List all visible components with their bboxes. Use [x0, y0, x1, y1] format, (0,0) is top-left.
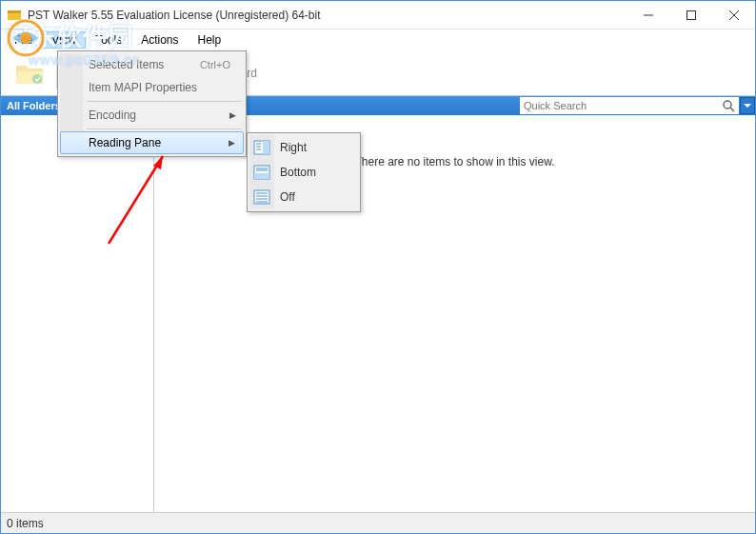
reading-pane-submenu: Right Bottom Off [247, 132, 361, 212]
svg-rect-14 [263, 141, 269, 154]
minimize-button[interactable] [627, 1, 669, 30]
empty-message: There are no items to show in this view. [354, 155, 554, 168]
submenu-item-right[interactable]: Right [249, 135, 358, 160]
submenu-arrow-icon: ▶ [229, 110, 236, 120]
content-area: All Folders There are no items to show i… [1, 96, 755, 512]
menu-help[interactable]: Help [189, 31, 231, 49]
chevron-down-icon [744, 104, 751, 109]
close-button[interactable] [712, 1, 755, 30]
svg-rect-5 [686, 11, 695, 20]
search-dropdown-button[interactable] [740, 97, 755, 114]
main-body: There are no items to show in this view. [154, 115, 755, 512]
menu-item-encoding[interactable]: Encoding ▶ [60, 104, 244, 127]
menu-separator [87, 101, 242, 102]
menu-tools[interactable]: Tools [86, 31, 131, 49]
svg-point-11 [724, 101, 731, 109]
statusbar: 0 items [1, 512, 755, 533]
tool-open[interactable] [7, 56, 52, 90]
svg-point-8 [32, 74, 42, 84]
submenu-item-bottom[interactable]: Bottom [249, 160, 358, 185]
submenu-item-off[interactable]: Off [249, 185, 358, 209]
window-controls [627, 1, 755, 29]
menu-file[interactable]: File [5, 31, 42, 49]
menu-item-reading-pane[interactable]: Reading Pane ▶ [60, 131, 244, 154]
submenu-arrow-icon: ▶ [229, 138, 235, 148]
status-text: 0 items [7, 517, 44, 530]
menubar: File View Tools Actions Help [1, 30, 755, 50]
svg-line-12 [730, 108, 734, 111]
svg-rect-19 [254, 173, 269, 179]
window-title: PST Walker 5.55 Evaluation License (Unre… [28, 9, 627, 22]
pane-off-icon [253, 188, 270, 206]
app-icon [7, 8, 22, 23]
view-dropdown-menu: Selected Items Ctrl+O Item MAPI Properti… [57, 50, 247, 157]
main-panel: There are no items to show in this view. [154, 96, 755, 512]
pane-bottom-icon [253, 164, 270, 181]
search-icon [722, 99, 735, 112]
search-input[interactable] [524, 100, 722, 111]
menu-actions[interactable]: Actions [131, 31, 188, 49]
pane-right-icon [253, 139, 270, 156]
svg-rect-3 [8, 10, 21, 13]
menu-view[interactable]: View [42, 31, 86, 49]
menu-item-selected-items[interactable]: Selected Items Ctrl+O [60, 53, 244, 76]
maximize-button[interactable] [669, 1, 712, 30]
titlebar: PST Walker 5.55 Evaluation License (Unre… [1, 1, 755, 30]
folder-open-icon [14, 60, 45, 87]
menu-item-mapi-properties[interactable]: Item MAPI Properties [60, 76, 244, 99]
sidebar: All Folders [1, 96, 154, 512]
search-box[interactable] [520, 97, 739, 114]
menu-separator [87, 129, 242, 129]
